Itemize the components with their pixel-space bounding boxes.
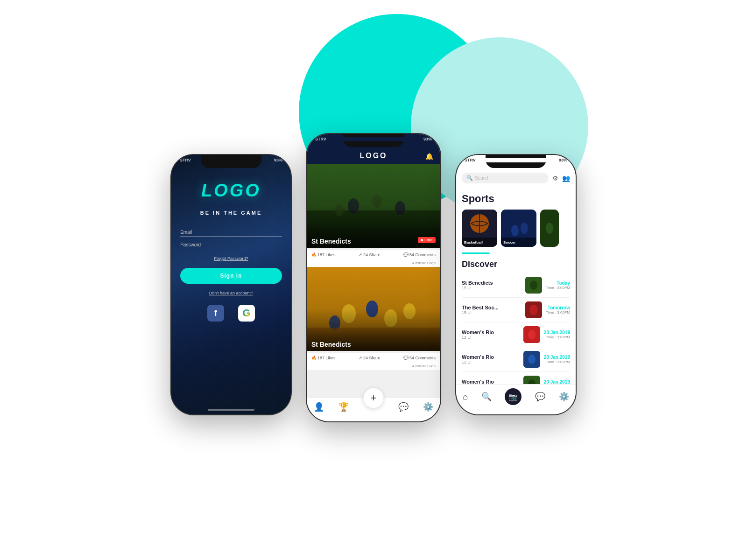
post-2-shares: ↗ 24 Share — [359, 356, 381, 360]
discover-item-4-age: 12 U — [462, 360, 520, 364]
svg-point-26 — [530, 280, 537, 290]
post-1-likes: 🔥 187 Likes — [311, 252, 336, 257]
email-label: Email — [180, 230, 282, 235]
phone-sports: STRV 93% 🔍 Search ⚙ 👥 Sports — [455, 154, 577, 415]
social-buttons: f G — [180, 305, 282, 322]
discover-item-1[interactable]: St Benedicts 15 U Today — [462, 273, 570, 298]
discover-item-5-name: Women's Rio — [462, 379, 520, 384]
svg-point-3 — [372, 195, 381, 208]
svg-point-11 — [329, 315, 340, 330]
sports-nav-camera-button[interactable]: 📷 — [505, 388, 521, 405]
nav-chat-icon[interactable]: 💬 — [398, 402, 409, 412]
sports-nav-search-icon[interactable]: 🔍 — [481, 392, 492, 402]
post-2-likes: 🔥 187 Likes — [311, 356, 336, 360]
password-label: Password — [180, 242, 282, 247]
nav-trophy-icon[interactable]: 🏆 — [338, 402, 349, 412]
discover-time-3: Time : 3:00PM — [544, 335, 570, 339]
sport-card-basketball[interactable]: Basketball — [462, 210, 497, 247]
filter-icon[interactable]: ⚙ — [552, 175, 558, 182]
people-icon[interactable]: 👥 — [562, 175, 570, 182]
sports-nav-home-icon[interactable]: ⌂ — [463, 392, 468, 402]
svg-point-28 — [529, 305, 538, 315]
discover-item-4-info: Women's Rio 12 U — [462, 354, 520, 364]
sports-nav-chat-icon[interactable]: 💬 — [535, 392, 545, 402]
battery-login: 93% — [274, 158, 282, 162]
discover-thumb-3 — [523, 326, 540, 343]
phones-container: STRV 93% LOGO BE IN THE GAME Email Passw… — [170, 147, 577, 422]
discover-item-3[interactable]: Women's Rio 12 U 20 Jan,2019 — [462, 322, 570, 347]
discover-item-3-date: 20 Jan,2019 Time : 3:00PM — [544, 330, 570, 339]
post-2-time: 4 minutes ago — [307, 363, 440, 370]
discover-item-4[interactable]: Women's Rio 12 U 20 Jan,2019 — [462, 347, 570, 372]
feed-bottom-nav: + 👤 🏆 💬 ⚙️ — [307, 398, 440, 421]
carrier-login: STRV — [180, 158, 191, 162]
discover-thumb-2 — [525, 301, 542, 318]
discover-date-label-3: 20 Jan,2019 — [544, 330, 570, 335]
carrier-sports: STRV — [465, 158, 476, 162]
email-field: Email — [180, 230, 282, 237]
discover-item-5-info: Women's Rio 12 U — [462, 379, 520, 384]
nav-gear-icon[interactable]: ⚙️ — [423, 402, 433, 412]
svg-point-2 — [348, 198, 359, 213]
svg-point-8 — [342, 304, 356, 323]
status-bar-sports: STRV 93% — [456, 158, 576, 162]
nav-person-icon[interactable]: 👤 — [314, 402, 324, 412]
no-account-link[interactable]: Don't have an account? — [180, 291, 282, 295]
discover-item-1-date: Today Time : 3:00PM — [546, 280, 570, 290]
discover-time-2: Time : 3:00PM — [546, 310, 570, 315]
discover-date-label-5: 20 Jan,2019 — [544, 379, 570, 384]
discover-item-2-date: Tomorrow Time : 3:00PM — [546, 305, 570, 315]
status-bar-feed: STRV 93% — [307, 137, 440, 141]
discover-item-2[interactable]: The Best Soc... 15 U Tomorrow — [462, 298, 570, 322]
svg-point-30 — [528, 330, 536, 339]
post-1-time: 4 minutes ago — [307, 260, 440, 267]
sports-screen: STRV 93% 🔍 Search ⚙ 👥 Sports — [456, 155, 576, 414]
svg-point-12 — [403, 303, 416, 319]
home-indicator-login — [208, 409, 254, 411]
post-1-comments: 💬 54 Comments — [403, 252, 436, 257]
discover-item-1-info: St Benedicts 15 U — [462, 280, 521, 290]
svg-point-10 — [384, 309, 397, 327]
sport-card-soccer[interactable]: Soccer — [501, 210, 536, 247]
post-2-stats: 🔥 187 Likes ↗ 24 Share 💬 54 Comments — [307, 353, 440, 363]
discover-thumb-1 — [525, 277, 542, 294]
discover-list: St Benedicts 15 U Today — [462, 273, 570, 384]
post-2-title: St Benedicts — [311, 341, 436, 348]
sign-in-button[interactable]: Sign in — [180, 268, 282, 284]
discover-item-4-date: 20 Jan,2019 Time : 3:00PM — [544, 355, 570, 364]
feed-post-1[interactable]: St Benedicts LIVE — [307, 164, 440, 248]
discover-item-5[interactable]: Women's Rio 12 U 20 Jan,2019 — [462, 372, 570, 384]
phone-login: STRV 93% LOGO BE IN THE GAME Email Passw… — [170, 154, 292, 415]
post-2-overlay: St Benedicts — [307, 338, 440, 351]
search-bar[interactable]: 🔍 Search — [462, 173, 549, 183]
basketball-label: Basketball — [464, 240, 483, 245]
login-screen: STRV 93% LOGO BE IN THE GAME Email Passw… — [171, 155, 291, 414]
home-indicator-feed — [350, 416, 397, 418]
discover-item-3-name: Women's Rio — [462, 329, 520, 335]
feed-logo: LOGO — [359, 152, 387, 160]
feed-content: St Benedicts LIVE 🔥 187 Likes ↗ 24 Share… — [307, 164, 440, 398]
sport-card-other[interactable] — [540, 210, 559, 247]
sports-nav-gear-icon[interactable]: ⚙️ — [559, 392, 569, 402]
feed-post-2[interactable]: St Benedicts — [307, 267, 440, 351]
svg-point-5 — [335, 204, 344, 217]
fab-button[interactable]: + — [363, 388, 384, 408]
discover-item-5-date: 20 Jan,2019 Time : 3:00PM — [544, 379, 570, 384]
forgot-password-link[interactable]: Forgot Password? — [180, 256, 282, 261]
discover-item-3-age: 12 U — [462, 335, 520, 340]
facebook-button[interactable]: f — [207, 305, 224, 322]
svg-point-24 — [546, 223, 553, 234]
battery-sports: 93% — [559, 158, 567, 162]
login-form: Email Password Forgot Password? Sign in … — [180, 230, 282, 322]
password-field: Password — [180, 242, 282, 249]
post-1-shares: ↗ 24 Share — [359, 252, 381, 257]
sports-title: Sports — [462, 193, 570, 205]
search-placeholder: Search — [475, 175, 490, 181]
discover-item-1-name: St Benedicts — [462, 280, 521, 286]
bell-icon[interactable]: 🔔 — [425, 153, 433, 160]
google-button[interactable]: G — [238, 305, 255, 322]
battery-feed: 93% — [423, 137, 432, 141]
discover-item-3-info: Women's Rio 12 U — [462, 329, 520, 340]
home-indicator-sports — [493, 409, 539, 411]
svg-point-32 — [528, 355, 536, 364]
